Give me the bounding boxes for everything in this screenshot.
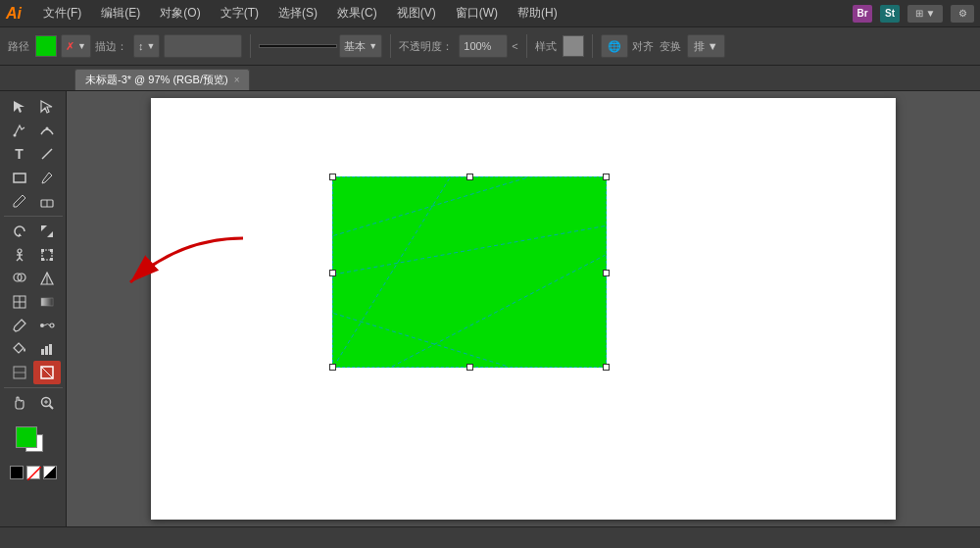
svg-marker-6: [18, 233, 22, 236]
opacity-label: 不透明度：: [399, 39, 453, 54]
tools-divider1: [4, 216, 63, 217]
svg-rect-24: [41, 298, 53, 306]
none-swatch[interactable]: [26, 466, 40, 479]
slice-tool-2[interactable]: [6, 361, 33, 384]
stroke-width-dropdown[interactable]: ↕ ▼: [133, 34, 160, 58]
chevron-down-icon: ▼: [77, 41, 86, 51]
variable-width-input[interactable]: [164, 34, 242, 58]
tool-row-5: [0, 189, 66, 213]
selection-tool[interactable]: [6, 95, 33, 119]
menu-edit[interactable]: 编辑(E): [95, 3, 146, 24]
svg-line-43: [333, 314, 508, 367]
artboard-tool-highlighted[interactable]: [33, 361, 61, 384]
handle-mid-left[interactable]: [329, 270, 336, 276]
handle-mid-right[interactable]: [603, 270, 610, 276]
svg-point-26: [40, 324, 44, 327]
rotate-tool[interactable]: [6, 220, 33, 243]
svg-line-42: [333, 225, 605, 274]
menu-view[interactable]: 视图(V): [391, 3, 442, 24]
green-rectangle[interactable]: [332, 176, 607, 368]
menu-select[interactable]: 选择(S): [272, 3, 323, 24]
tool-row-7: [0, 243, 66, 267]
shape-builder-tool[interactable]: [6, 267, 33, 290]
eyedropper-tool[interactable]: [6, 314, 33, 337]
svg-line-34: [41, 367, 53, 378]
stroke-style-dropdown[interactable]: 基本 ▼: [339, 34, 382, 58]
br-icon[interactable]: Br: [853, 5, 872, 23]
handle-top-right[interactable]: [603, 174, 610, 180]
tool-row-8: [0, 267, 66, 290]
tool-row-10: [0, 314, 66, 337]
tool-row-9: [0, 290, 66, 314]
web-icon-btn[interactable]: 🌐: [601, 34, 628, 58]
svg-line-39: [27, 467, 41, 480]
menu-file[interactable]: 文件(F): [37, 3, 87, 24]
opacity-arrow-left[interactable]: <: [512, 40, 517, 52]
type-tool[interactable]: T: [6, 142, 33, 166]
line-tool[interactable]: [33, 142, 61, 166]
hand-tool[interactable]: [6, 391, 33, 415]
arrange-btn[interactable]: 排 ▼: [687, 34, 725, 58]
handle-bot-right[interactable]: [603, 364, 610, 371]
ai-logo: Ai: [6, 5, 22, 23]
mesh-tool[interactable]: [6, 290, 33, 314]
tool-row-6: [0, 220, 66, 243]
curvature-tool[interactable]: [33, 119, 61, 142]
free-transform-tool[interactable]: [33, 243, 61, 267]
tool-row-1: [0, 95, 66, 119]
pencil-tool[interactable]: [6, 189, 33, 213]
eraser-tool[interactable]: [33, 189, 61, 213]
tool-row-3: T: [0, 142, 66, 166]
fill-color-swatch[interactable]: [16, 426, 37, 448]
stroke-label: 描边：: [95, 39, 127, 54]
color-swatches: [0, 423, 66, 487]
fill-color[interactable]: [35, 35, 57, 57]
column-graph-tool[interactable]: [33, 337, 61, 361]
svg-point-27: [50, 324, 54, 327]
tab-bar: 未标题-3* @ 97% (RGB/预览) ×: [0, 66, 980, 91]
divider4: [592, 34, 593, 58]
menu-help[interactable]: 帮助(H): [512, 3, 564, 24]
handle-top-center[interactable]: [466, 174, 473, 180]
svg-point-1: [45, 127, 48, 130]
gradient-tool[interactable]: [33, 290, 61, 314]
menu-window[interactable]: 窗口(W): [450, 3, 504, 24]
tool-row-4: [0, 166, 66, 189]
divider3: [526, 34, 527, 58]
zoom-tool[interactable]: [33, 391, 61, 415]
divider2: [390, 34, 391, 58]
perspective-tool[interactable]: [33, 267, 61, 290]
scale-tool[interactable]: [33, 220, 61, 243]
stroke-icon: ✗: [66, 40, 74, 53]
black-swatch[interactable]: [10, 466, 24, 479]
live-paint-bucket[interactable]: [6, 337, 33, 361]
puppet-warp-tool[interactable]: [6, 243, 33, 267]
search-icon-btn[interactable]: ⚙: [951, 5, 974, 23]
menu-type[interactable]: 文字(T): [215, 3, 265, 24]
menu-effect[interactable]: 效果(C): [331, 3, 383, 24]
handle-top-left[interactable]: [329, 174, 336, 180]
style-color-box[interactable]: [563, 35, 584, 57]
document-tab[interactable]: 未标题-3* @ 97% (RGB/预览) ×: [74, 69, 250, 90]
opacity-input[interactable]: [459, 34, 508, 58]
title-bar: Ai 文件(F) 编辑(E) 对象(O) 文字(T) 选择(S) 效果(C) 视…: [0, 0, 980, 26]
stroke-preview: [259, 44, 337, 48]
blend-tool[interactable]: [33, 314, 61, 337]
pen-tool[interactable]: [6, 119, 33, 142]
workspace-switcher[interactable]: ⊞ ▼: [907, 5, 943, 23]
tool-row-2: [0, 119, 66, 142]
svg-line-2: [42, 149, 52, 159]
svg-rect-16: [50, 258, 53, 261]
menu-object[interactable]: 对象(O): [154, 3, 206, 24]
tab-close-btn[interactable]: ×: [234, 75, 240, 85]
stroke-none-dropdown[interactable]: ✗ ▼: [61, 34, 91, 58]
gradient-swatch[interactable]: [43, 466, 57, 479]
direct-selection-tool[interactable]: [33, 95, 61, 119]
handle-bot-center[interactable]: [466, 364, 473, 371]
align-label: 对齐: [632, 39, 654, 54]
paintbrush-tool[interactable]: [33, 166, 61, 189]
handle-bot-left[interactable]: [329, 364, 336, 371]
st-icon[interactable]: St: [880, 5, 900, 23]
svg-rect-30: [49, 344, 52, 355]
rect-tool[interactable]: [6, 166, 33, 189]
